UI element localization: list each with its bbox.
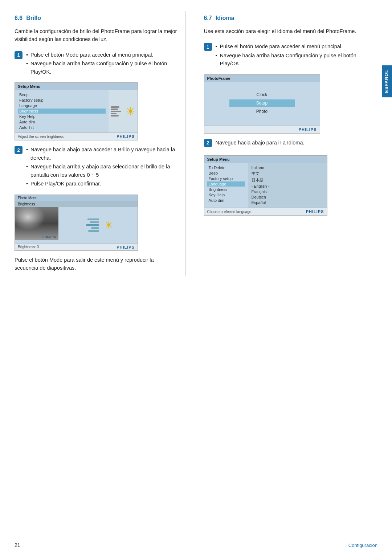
step-66-1-content: Pulse el botón Mode para acceder al menú…: [26, 51, 178, 77]
section-66-header: 6.6 Brillo: [15, 11, 178, 21]
lang-footer-text: Choose preferred language.: [207, 210, 253, 214]
sun-icon: ☀: [125, 106, 136, 117]
photoframe-body: Clock Setup Photo: [204, 82, 320, 126]
step-67-2-text: Navegue hacia abajo para ir a Idioma.: [216, 139, 368, 147]
footer-right-text: Configuración: [348, 543, 377, 548]
step-67-1-content: Pulse el botón Mode para acceder al menú…: [216, 42, 368, 68]
brightness-topbar2: Brightness: [15, 201, 138, 207]
photoframe-topbar: PhotoFrame: [204, 75, 320, 82]
section-66-title: Brillo: [26, 15, 41, 21]
section-66-closing: Pulse el botón Mode para salir de este m…: [15, 256, 178, 272]
page-number: 21: [15, 542, 20, 548]
lang-item-todelete: To Delete: [207, 165, 245, 170]
step-67-1: 1 Pulse el botón Mode para acceder al me…: [204, 42, 368, 68]
lang-chinese: 中文: [250, 171, 325, 177]
photoframe-philips-logo: PHILIPS: [299, 127, 317, 132]
photoframe-photo: Photo: [229, 108, 295, 115]
brightness-topbar1: Photo Menu: [15, 195, 138, 201]
step-66-2-bullet-3: Pulse Play/OK para confirmar.: [26, 180, 178, 188]
brightness-philips-logo: PHILIPS: [117, 245, 135, 249]
section-67-header: 6.7 Idioma: [204, 11, 368, 21]
step-66-2: 2 Navegue hacia abajo para acceder a Bri…: [15, 146, 178, 188]
photoframe-setup: Setup: [229, 99, 295, 107]
photoframe-footer: PHILIPS: [204, 126, 320, 133]
step-66-1-bullet-1: Pulse el botón Mode para acceder al menú…: [26, 51, 178, 59]
left-column: 6.6 Brillo Cambie la configuración de br…: [15, 11, 186, 276]
lang-footer: Choose preferred language. PHILIPS: [204, 208, 327, 215]
lang-italiano: Italiano: [250, 165, 325, 170]
section-67-title: Idioma: [216, 15, 234, 21]
menu-item-keyhelp: Key Help: [18, 114, 106, 119]
lang-screen-body: To Delete Beep Factory setup Language Br…: [204, 163, 327, 208]
step-badge-67-2: 2: [204, 139, 212, 147]
lang-deutsch: Deutsch: [250, 195, 325, 200]
right-column: 6.7 Idioma Use esta sección para elegir …: [200, 11, 368, 276]
screen-mockup-brillo-2: Photo Menu Brightness PHILIPS: [15, 195, 138, 251]
section-66-number: 6.6: [15, 15, 23, 21]
menu-item-factory: Factory setup: [18, 98, 106, 103]
menu-item-brightness: Brightness: [18, 109, 106, 114]
menu-item-autotilt: Auto Tilt: [18, 125, 106, 130]
photoframe-clock: Clock: [229, 91, 295, 98]
step-66-1: 1 Pulse el botón Mode para acceder al me…: [15, 51, 178, 77]
menu-item-autodim: Auto dim: [18, 119, 106, 124]
step-66-1-bullet-2: Navegue hacia arriba hasta Configuración…: [26, 60, 178, 76]
screen1-footer: Adjust the screen brightness. PHILIPS: [15, 132, 138, 140]
screen1-right-panel: ☀: [109, 90, 138, 132]
lang-menu-left: To Delete Beep Factory setup Language Br…: [204, 163, 248, 208]
section-67-number: 6.7: [204, 15, 212, 21]
menu-item-language: Language: [18, 103, 106, 108]
lang-item-beep: Beep: [207, 171, 245, 176]
section-66-intro: Cambie la configuración de brillo del Ph…: [15, 27, 178, 44]
lang-japanese: 日本語: [250, 177, 325, 183]
step-66-2-bullet-1: Navegue hacia abajo para acceder a Brill…: [26, 146, 178, 162]
screen1-footer-text: Adjust the screen brightness.: [18, 135, 65, 139]
lang-english: - English -: [250, 184, 325, 189]
lang-item-factory: Factory setup: [207, 176, 245, 181]
step-badge-2: 2: [15, 146, 23, 154]
step-66-2-content: Navegue hacia abajo para acceder a Brill…: [26, 146, 178, 188]
step-badge-67-1: 1: [204, 43, 212, 51]
brightness-sun-icon: ☀: [104, 219, 113, 231]
screen1-menu: Beep Factory setup Language Brightness K…: [15, 90, 109, 132]
lang-item-keyhelp: Key Help: [207, 192, 245, 197]
step-67-2-content: Navegue hacia abajo para ir a Idioma.: [216, 139, 368, 150]
lang-menu-right: Italiano 中文 日本語 - English - Français Deu…: [248, 163, 327, 208]
menu-item-beep: Beep: [18, 92, 106, 97]
brightness-photo-philips: PHILIPS: [42, 235, 56, 238]
page-footer: 21 Configuración: [15, 542, 377, 548]
lang-philips-logo: PHILIPS: [306, 209, 324, 214]
screen-mockup-idioma-1: PhotoFrame Clock Setup Photo PHILIPS: [204, 74, 320, 134]
step-67-1-bullet-1: Pulse el botón Mode para acceder al menú…: [216, 42, 368, 50]
screen-mockup-idioma-2: Setup Menu To Delete Beep Factory setup …: [204, 155, 327, 216]
brightness-footer-text: Brightness: 3: [18, 245, 39, 249]
screen-mockup-brillo-1: Setup Menu Beep Factory setup Language B…: [15, 82, 138, 140]
lang-francais: Français: [250, 189, 325, 194]
language-tab: ESPAÑOL: [382, 65, 392, 97]
brightness-photo: PHILIPS: [15, 207, 58, 240]
step-badge-1: 1: [15, 51, 23, 59]
screen1-topbar: Setup Menu: [15, 83, 138, 90]
step-66-2-bullet-2: Navegue hacia arriba y abajo para selecc…: [26, 163, 178, 179]
lang-item-language: Language: [207, 181, 245, 187]
brightness-right: ☀: [58, 207, 138, 244]
lang-item-autodim: Auto dim: [207, 198, 245, 203]
step-67-1-bullet-2: Navegue hacia arriba hasta Configuración…: [216, 52, 368, 68]
section-67-intro: Use esta sección para elegir el idioma d…: [204, 27, 368, 35]
step-67-2: 2 Navegue hacia abajo para ir a Idioma.: [204, 139, 368, 150]
screen1-philips-logo: PHILIPS: [117, 134, 135, 139]
brightness-footer: Brightness: 3 PHILIPS: [15, 244, 138, 250]
lang-item-brightness: Brightness: [207, 187, 245, 192]
lang-screen-topbar: Setup Menu: [204, 156, 327, 163]
lang-espanol: Español: [250, 200, 325, 205]
